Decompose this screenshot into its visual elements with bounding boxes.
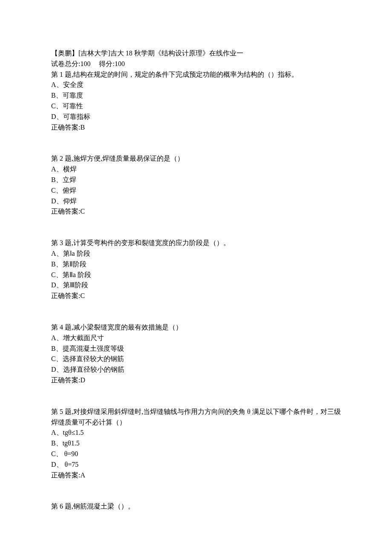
score-line: 试卷总分:100 得分:100 [51,59,341,69]
question-option: B、可靠度 [51,90,341,101]
question-answer: 正确答案:D [51,375,341,386]
question-option: D、 θ=75 [51,460,341,470]
question-stem: 第 1 题,结构在规定的时间，规定的条件下完成预定功能的概率为结构的（）指标。 [51,69,341,80]
page: 【奥鹏】[吉林大学]吉大 18 秋学期《结构设计原理》在线作业一 试卷总分:10… [0,0,392,555]
question-answer: 正确答案:C [51,206,341,217]
question-option: D、选择直径较小的钢筋 [51,364,341,375]
question-option: C、第Ⅱa 阶段 [51,270,341,280]
question-option: A、第Ⅰa 阶段 [51,249,341,259]
question-option: A、增大截面尺寸 [51,333,341,344]
question-option: C、选择直径较大的钢筋 [51,354,341,364]
question-option: C、可靠性 [51,101,341,112]
question-stem: 第 3 题,计算受弯构件的变形和裂缝宽度的应力阶段是（）。 [51,238,341,249]
question-answer: 正确答案:B [51,122,341,133]
question-option: A、横焊 [51,164,341,175]
question-stem: 第 6 题,钢筋混凝土梁（）。 [51,501,341,512]
question-stem: 第 2 题,施焊方便,焊缝质量最易保证的是（） [51,153,341,164]
question-option: B、tgθ1.5 [51,438,341,449]
question-option: D、仰焊 [51,196,341,207]
question-option: A、安全度 [51,80,341,90]
spacer [51,386,341,407]
question-option: D、第Ⅲ阶段 [51,280,341,291]
question-answer: 正确答案:C [51,291,341,301]
question-option: C、俯焊 [51,185,341,196]
question-option: B、立焊 [51,175,341,185]
spacer [51,301,341,322]
spacer [51,480,341,501]
question-option: C、 θ=90 [51,449,341,460]
total-score-label: 试卷总分:100 [51,60,90,67]
score-label: 得分:100 [99,60,124,67]
question-option: B、第Ⅱ阶段 [51,259,341,270]
question-option: A、tgθ≤1.5 [51,428,341,438]
document-title: 【奥鹏】[吉林大学]吉大 18 秋学期《结构设计原理》在线作业一 [51,48,341,59]
spacer [51,133,341,153]
question-stem: 第 5 题,对接焊缝采用斜焊缝时,当焊缝轴线与作用力方向间的夹角 θ 满足以下哪… [51,407,341,428]
question-option: D、可靠指标 [51,112,341,122]
question-stem: 第 4 题,减小梁裂缝宽度的最有效措施是（） [51,322,341,333]
question-answer: 正确答案:A [51,470,341,481]
spacer [51,217,341,238]
question-option: B、提高混凝土强度等级 [51,344,341,354]
